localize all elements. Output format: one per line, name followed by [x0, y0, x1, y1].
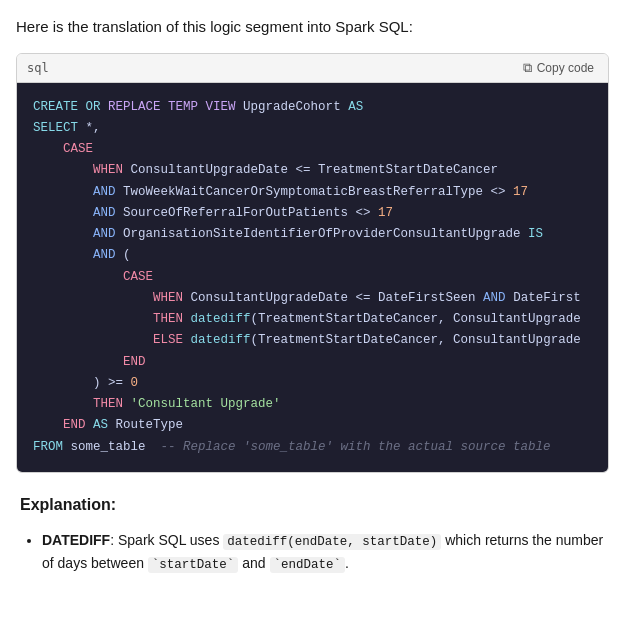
page-container: Here is the translation of this logic se… — [0, 0, 625, 603]
copy-button[interactable]: ⧉ Copy code — [519, 58, 598, 78]
explanation-heading: Explanation: — [20, 493, 605, 517]
code-lang-label: sql — [27, 59, 49, 77]
code-area: CREATE OR REPLACE TEMP VIEW UpgradeCohor… — [17, 83, 608, 472]
code-toolbar: sql ⧉ Copy code — [17, 54, 608, 83]
code-enddate: `endDate` — [270, 557, 346, 573]
code-startdate: `startDate` — [148, 557, 239, 573]
code-block-wrapper: sql ⧉ Copy code CREATE OR REPLACE TEMP V… — [16, 53, 609, 473]
copy-icon: ⧉ — [523, 60, 532, 76]
copy-button-label: Copy code — [537, 61, 594, 75]
code-datediff-signature: datediff(endDate, startDate) — [223, 534, 441, 550]
intro-text: Here is the translation of this logic se… — [16, 16, 609, 39]
list-item: DATEDIFF: Spark SQL uses datediff(endDat… — [42, 529, 605, 575]
explanation-section: Explanation: DATEDIFF: Spark SQL uses da… — [16, 493, 609, 575]
explanation-list: DATEDIFF: Spark SQL uses datediff(endDat… — [20, 529, 605, 575]
term-datediff: DATEDIFF — [42, 532, 110, 548]
